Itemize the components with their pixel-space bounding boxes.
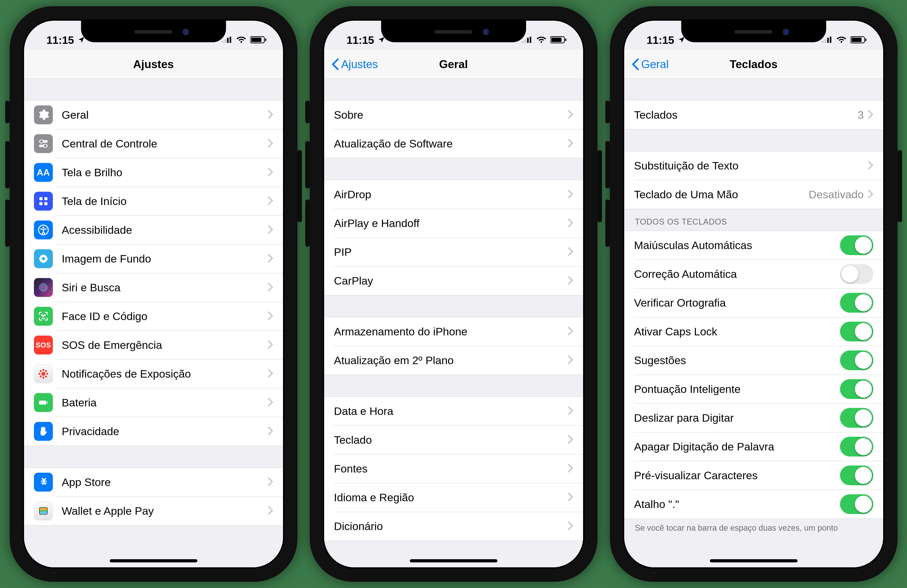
row-label: AirPlay e Handoff — [334, 217, 568, 229]
toggle-auto-correct[interactable] — [840, 264, 873, 284]
row-keyboards[interactable]: Teclados 3 — [624, 101, 883, 129]
row-label: Verificar Ortografia — [634, 296, 840, 309]
toggle-auto-caps[interactable] — [840, 236, 873, 255]
row-accessibility[interactable]: Acessibilidade — [24, 216, 283, 244]
power-button[interactable] — [297, 150, 302, 222]
toggle-swipe-type[interactable] — [840, 408, 873, 428]
chevron-icon — [568, 276, 573, 286]
row-bg-refresh[interactable]: Atualização em 2º Plano — [324, 346, 583, 375]
chevron-icon — [268, 311, 273, 321]
volume-down-button[interactable] — [305, 200, 310, 247]
row-fonts[interactable]: Fontes — [324, 454, 583, 483]
row-label: Central de Controle — [62, 137, 268, 150]
back-button[interactable]: Ajustes — [331, 58, 378, 71]
row-label: App Store — [62, 476, 268, 489]
toggle-smart-punct[interactable] — [840, 379, 873, 399]
row-airplay[interactable]: AirPlay e Handoff — [324, 209, 583, 237]
row-wallet[interactable]: Wallet e Apple Pay — [24, 497, 283, 525]
row-geral[interactable]: Geral — [24, 101, 283, 129]
wifi-icon — [836, 34, 846, 46]
row-label: Atualização em 2º Plano — [334, 354, 568, 367]
chevron-icon — [268, 282, 273, 292]
svg-rect-42 — [39, 508, 47, 510]
row-keyboard[interactable]: Teclado — [324, 426, 583, 454]
row-about[interactable]: Sobre — [324, 101, 583, 129]
volume-up-button[interactable] — [605, 141, 610, 188]
home-indicator[interactable] — [110, 559, 197, 562]
row-siri[interactable]: Siri e Busca — [24, 273, 283, 302]
row-battery[interactable]: Bateria — [24, 388, 283, 417]
footer-note: Se você tocar na barra de espaço duas ve… — [624, 519, 883, 534]
toggle-spellcheck[interactable] — [840, 293, 873, 312]
row-carplay[interactable]: CarPlay — [324, 266, 583, 295]
row-pip[interactable]: PIP — [324, 237, 583, 266]
chevron-icon — [268, 426, 273, 436]
svg-point-16 — [42, 227, 44, 229]
toggle-suggestions[interactable] — [840, 351, 873, 370]
svg-point-32 — [42, 369, 44, 371]
svg-point-31 — [42, 372, 45, 376]
row-one-handed[interactable]: Teclado de Uma Mão Desativado — [624, 180, 883, 209]
row-label: Wallet e Apple Pay — [62, 505, 268, 517]
siri-icon — [34, 278, 53, 297]
phone-frame-1: 11:15 Ajustes Geral — [10, 6, 297, 582]
row-language[interactable]: Idioma e Região — [324, 483, 583, 512]
chevron-icon — [568, 218, 573, 228]
kbd-group-2: Substituição de Texto Teclado de Uma Mão… — [624, 151, 883, 209]
home-indicator[interactable] — [710, 559, 798, 562]
chevron-icon — [268, 167, 273, 177]
power-button[interactable] — [897, 150, 902, 222]
mute-switch[interactable] — [5, 101, 10, 123]
row-delete-word: Apagar Digitação de Palavra — [624, 432, 883, 461]
volume-down-button[interactable] — [5, 200, 10, 247]
grid-icon — [34, 192, 53, 211]
volume-up-button[interactable] — [305, 141, 310, 188]
home-indicator[interactable] — [410, 559, 497, 562]
row-faceid[interactable]: Face ID e Código — [24, 302, 283, 331]
row-wallpaper[interactable]: Imagem de Fundo — [24, 244, 283, 273]
wifi-icon — [236, 34, 246, 46]
toggle-preview-chars[interactable] — [840, 466, 873, 485]
row-airdrop[interactable]: AirDrop — [324, 180, 583, 209]
chevron-icon — [568, 521, 573, 531]
status-time: 11:15 — [647, 34, 675, 46]
row-label: Tela e Brilho — [62, 166, 268, 179]
svg-rect-59 — [865, 38, 866, 41]
row-privacy[interactable]: Privacidade — [24, 417, 283, 446]
row-appstore[interactable]: App Store — [24, 468, 283, 497]
chevron-icon — [268, 225, 273, 235]
row-dictionary[interactable]: Dicionário — [324, 512, 583, 541]
row-label: Ativar Caps Lock — [634, 325, 840, 338]
settings-group-1: Geral Central de Controle AA Tela e Bril… — [24, 100, 283, 446]
toggle-period-shortcut[interactable] — [840, 494, 873, 514]
row-date-time[interactable]: Data e Hora — [324, 397, 583, 426]
navbar-title: Ajustes — [133, 58, 174, 71]
mute-switch[interactable] — [605, 101, 610, 123]
row-exposure[interactable]: Notificações de Exposição — [24, 359, 283, 388]
chevron-icon — [268, 506, 273, 516]
toggle-caps-lock[interactable] — [840, 322, 873, 341]
kbd-group-1: Teclados 3 — [624, 100, 883, 130]
mute-switch[interactable] — [305, 101, 310, 123]
volume-up-button[interactable] — [5, 141, 10, 188]
faceid-icon — [34, 307, 53, 326]
row-control-center[interactable]: Central de Controle — [24, 129, 283, 158]
row-display[interactable]: AA Tela e Brilho — [24, 158, 283, 187]
row-label: Face ID e Código — [62, 310, 268, 322]
row-label: CarPlay — [334, 274, 568, 287]
row-label: SOS de Emergência — [62, 339, 268, 351]
row-text-replacement[interactable]: Substituição de Texto — [624, 151, 883, 180]
row-sos[interactable]: SOS SOS de Emergência — [24, 331, 283, 359]
row-label: AirDrop — [334, 188, 568, 201]
row-home-screen[interactable]: Tela de Início — [24, 187, 283, 216]
row-storage[interactable]: Armazenamento do iPhone — [324, 317, 583, 346]
wallet-icon — [34, 501, 53, 520]
row-spellcheck: Verificar Ortografia — [624, 288, 883, 317]
row-software-update[interactable]: Atualização de Software — [324, 129, 583, 158]
svg-point-35 — [46, 373, 48, 375]
back-button[interactable]: Geral — [631, 58, 669, 71]
volume-down-button[interactable] — [605, 200, 610, 247]
power-button[interactable] — [598, 150, 602, 222]
toggle-delete-word[interactable] — [840, 437, 873, 457]
row-preview-chars: Pré-visualizar Caracteres — [624, 461, 883, 490]
